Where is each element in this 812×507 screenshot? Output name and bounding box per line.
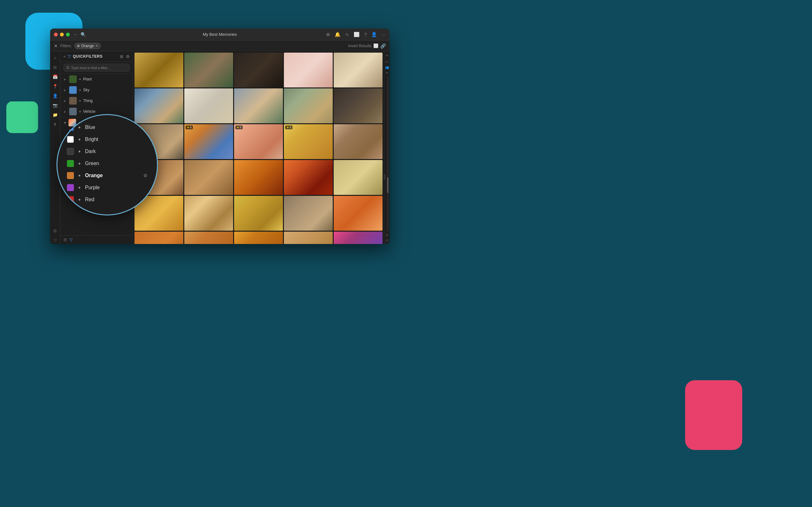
filter-clear-button[interactable]: ✕ <box>54 43 58 49</box>
vp-expand-icon: ▼ <box>63 121 67 124</box>
sidebar-export-icon[interactable]: ⬆ <box>51 120 59 128</box>
photo-cell[interactable] <box>284 196 333 231</box>
more-button[interactable]: ··· <box>382 32 386 37</box>
notifications-button[interactable]: 🔔 <box>335 32 341 38</box>
photo-cell[interactable] <box>234 53 283 88</box>
minimize-button[interactable] <box>60 33 64 37</box>
popup-item-dark[interactable]: ✦ Dark <box>67 146 148 158</box>
sidebar-calendar-icon[interactable]: 📅 <box>51 73 59 80</box>
photo-cell[interactable] <box>135 53 183 88</box>
filter-item-sky[interactable]: ► ✦ Sky <box>60 84 133 95</box>
popup-item-blue[interactable]: ✦ Blue <box>67 121 148 133</box>
thing-star-icon: ✦ <box>79 99 81 103</box>
popup-item-bright[interactable]: ✦ Bright <box>67 133 148 146</box>
popup-item-purple[interactable]: ✦ Purple <box>67 181 148 193</box>
photo-cell[interactable] <box>334 124 383 159</box>
sidebar-media-icon[interactable]: 📷 <box>51 101 59 109</box>
filter-settings-icon[interactable]: ⚙ <box>126 54 130 59</box>
sidebar-location-icon[interactable]: 📍 <box>51 82 59 90</box>
scroll-percent: 84% <box>383 174 386 179</box>
expand-icon: ► <box>63 99 67 103</box>
filter-item-plant[interactable]: ► ✦ Plant <box>60 74 133 84</box>
activity-button[interactable]: ∿ <box>345 32 349 38</box>
sidebar-collapse-icon[interactable]: « <box>51 54 59 61</box>
photo-cell[interactable] <box>184 160 233 195</box>
search-button[interactable]: 🔍 <box>81 32 86 37</box>
photo-cell[interactable] <box>284 89 333 123</box>
photo-cell[interactable] <box>284 232 333 244</box>
panel-collapse-button[interactable]: « <box>63 54 66 59</box>
popup-item-green[interactable]: ✦ Green <box>67 158 148 170</box>
photo-cell[interactable] <box>334 196 383 231</box>
photo-cell[interactable]: ★5 <box>184 124 233 159</box>
sidebar-filter-icon[interactable]: ▽ <box>51 236 59 244</box>
purple-popup-label: Purple <box>85 185 148 190</box>
photo-cell[interactable] <box>334 53 383 88</box>
dark-popup-label: Dark <box>85 149 148 154</box>
photo-cell[interactable] <box>184 232 233 244</box>
plant-label: Plant <box>83 77 130 81</box>
popup-item-red[interactable]: ✦ Red <box>67 193 148 206</box>
photo-cell[interactable] <box>135 232 183 244</box>
popup-item-orange[interactable]: ✦ Orange ⚙ <box>67 170 148 181</box>
panel-filter-active-icon[interactable]: ▽ <box>69 237 72 242</box>
sidebar-grid-icon[interactable]: ⊞ <box>51 227 59 234</box>
right-grid-icon[interactable]: ⊟ <box>386 239 388 242</box>
filter-bar: ✕ Filters: Orange ✕ Invert Results ⬜ 🔗 <box>50 41 390 51</box>
photo-cell[interactable] <box>184 196 233 231</box>
photo-cell[interactable] <box>234 232 283 244</box>
right-tag-icon[interactable]: 🏷 <box>386 60 389 64</box>
active-filter-tag[interactable]: Orange ✕ <box>74 43 101 49</box>
bright-popup-star: ✦ <box>78 137 81 142</box>
sidebar-view-icon[interactable]: ⊞ <box>51 63 59 71</box>
right-view-icon[interactable]: ⊞ <box>386 233 388 237</box>
sky-star-icon: ✦ <box>79 89 81 92</box>
panel-grid-icon[interactable]: ⊞ <box>63 237 67 242</box>
right-people-icon[interactable]: 👥 <box>385 66 389 69</box>
right-collapse-icon[interactable]: » <box>386 53 388 57</box>
photo-cell[interactable] <box>284 160 333 195</box>
plant-thumb <box>69 75 77 83</box>
share-icon[interactable]: 🔗 <box>380 43 386 49</box>
filter-item-thing[interactable]: ► ✦ Thing <box>60 95 133 106</box>
right-add-icon[interactable]: ⊕ <box>386 71 388 74</box>
photo-cell[interactable] <box>234 196 283 231</box>
invert-icon[interactable]: ⬜ <box>373 43 378 48</box>
account-button[interactable]: 👤 <box>371 32 377 38</box>
display-button[interactable]: ⬜ <box>354 32 360 38</box>
filter-layout-icon[interactable]: ⊞ <box>120 54 123 59</box>
add-button[interactable]: ⊕ <box>326 32 330 38</box>
invert-results-label: Invert Results <box>348 44 371 48</box>
photo-cell[interactable] <box>334 232 383 244</box>
back-button[interactable]: ← <box>73 32 78 37</box>
filter-search-display[interactable]: ☰ Type here to find a filter... <box>63 64 130 72</box>
photo-cell[interactable]: ★5 <box>284 124 333 159</box>
photo-cell[interactable] <box>184 89 233 123</box>
photo-cell[interactable] <box>234 160 283 195</box>
orange-gear-icon[interactable]: ⚙ <box>143 173 148 178</box>
photo-cell[interactable] <box>334 160 383 195</box>
sidebar-folder-icon[interactable]: 📁 <box>51 111 59 118</box>
photo-cell[interactable] <box>284 53 333 88</box>
title-bar: ← 🔍 My Best Memories ⊕ 🔔 ∿ ⬜ ? 👤 ··· <box>50 29 390 41</box>
photo-cell[interactable] <box>184 53 233 88</box>
scrollbar-thumb[interactable] <box>387 177 389 193</box>
star-badge: ★5 <box>235 125 243 129</box>
help-button[interactable]: ? <box>364 32 367 37</box>
photo-cell[interactable]: ★5 <box>234 124 283 159</box>
sky-thumb <box>69 86 77 94</box>
filter-tag-close[interactable]: ✕ <box>96 44 98 48</box>
sidebar-people-icon[interactable]: 👤 <box>51 92 59 100</box>
orange-popup-label: Orange <box>85 173 140 178</box>
thing-thumb <box>69 97 77 105</box>
color-filter-popup: ✦ Blue ✦ Bright ✦ Dark ✦ Green ✦ Orange … <box>56 114 158 216</box>
photo-cell[interactable] <box>135 89 183 123</box>
green-swatch <box>67 160 74 167</box>
photo-cell[interactable] <box>234 89 283 123</box>
purple-popup-star: ✦ <box>78 185 81 190</box>
filter-tag-label: Orange <box>81 44 94 48</box>
close-button[interactable] <box>54 33 58 37</box>
maximize-button[interactable] <box>66 33 70 37</box>
green-popup-star: ✦ <box>78 161 81 166</box>
photo-cell[interactable] <box>334 89 383 123</box>
